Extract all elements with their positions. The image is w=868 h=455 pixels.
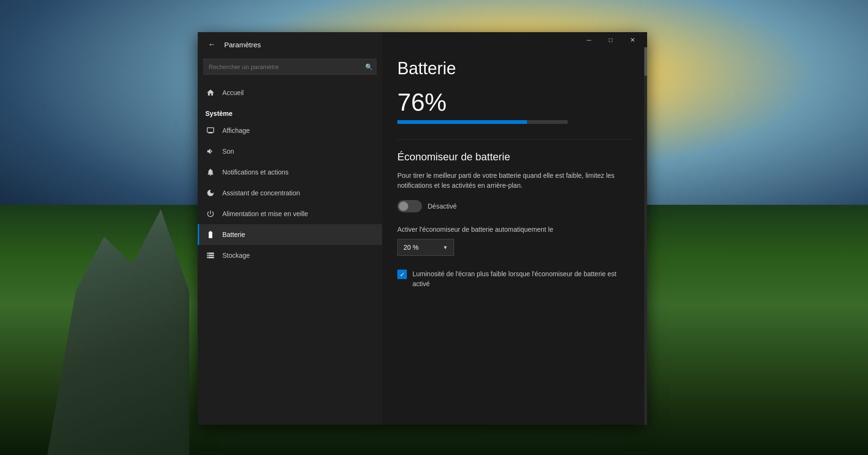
- chevron-down-icon: ▼: [443, 245, 448, 250]
- sidebar-label-affichage: Affichage: [222, 127, 250, 134]
- brightness-label: Luminosité de l'écran plus faible lorsqu…: [412, 269, 632, 289]
- content-pane: ─ □ ✕ Batterie 76% Économiseur de batter…: [382, 32, 647, 425]
- sidebar-label-stockage: Stockage: [222, 252, 250, 259]
- back-button[interactable]: ←: [205, 38, 219, 51]
- sidebar-label-notifications: Notifications et actions: [222, 168, 289, 176]
- check-icon: ✓: [400, 271, 405, 278]
- minimize-button[interactable]: ─: [578, 32, 600, 47]
- sidebar-item-assistant[interactable]: Assistant de concentration: [198, 183, 382, 203]
- battery-saver-toggle-row: Désactivé: [397, 200, 632, 212]
- storage-icon: [205, 250, 216, 261]
- system-section-header: Système: [198, 103, 382, 120]
- search-box: 🔍: [203, 59, 377, 75]
- sidebar-label-son: Son: [222, 148, 234, 155]
- section-description: Pour tirer le meilleur parti de votre ba…: [397, 171, 632, 191]
- auto-activate-label: Activer l'économiseur de batterie automa…: [397, 226, 632, 233]
- threshold-dropdown[interactable]: 20 % ▼: [397, 239, 454, 256]
- section-divider: [397, 139, 632, 140]
- battery-bar-fill: [397, 120, 527, 124]
- page-title: Batterie: [397, 59, 632, 79]
- sound-icon: [205, 146, 216, 157]
- sidebar: ← Paramètres 🔍 Accueil Système: [198, 32, 382, 425]
- monitor-icon: [205, 125, 216, 136]
- title-bar: ─ □ ✕: [382, 32, 647, 47]
- power-icon: [205, 209, 216, 219]
- toggle-label: Désactivé: [428, 202, 456, 210]
- sidebar-header: ← Paramètres: [198, 32, 382, 57]
- search-input[interactable]: [203, 59, 377, 75]
- battery-icon: [205, 229, 216, 240]
- sidebar-label-accueil: Accueil: [222, 89, 244, 96]
- sidebar-label-batterie: Batterie: [222, 231, 245, 238]
- scrollbar[interactable]: [644, 47, 647, 425]
- maximize-button[interactable]: □: [600, 32, 622, 47]
- battery-saver-toggle[interactable]: [397, 200, 422, 212]
- sidebar-item-stockage[interactable]: Stockage: [198, 245, 382, 266]
- brightness-checkbox[interactable]: ✓: [397, 270, 407, 279]
- bell-icon: [205, 167, 216, 177]
- battery-bar: [397, 120, 568, 124]
- scrollbar-thumb[interactable]: [644, 47, 647, 76]
- sidebar-item-alimentation[interactable]: Alimentation et mise en veille: [198, 203, 382, 224]
- settings-window: ← Paramètres 🔍 Accueil Système: [198, 32, 647, 425]
- section-title: Économiseur de batterie: [397, 151, 632, 163]
- search-icon: 🔍: [365, 63, 373, 70]
- sidebar-label-alimentation: Alimentation et mise en veille: [222, 210, 308, 218]
- sidebar-item-son[interactable]: Son: [198, 141, 382, 162]
- sidebar-label-assistant: Assistant de concentration: [222, 189, 300, 197]
- battery-percentage: 76%: [397, 88, 632, 116]
- toggle-knob: [399, 201, 408, 211]
- moon-icon: [205, 188, 216, 198]
- dropdown-value: 20 %: [403, 244, 439, 251]
- sidebar-item-affichage[interactable]: Affichage: [198, 120, 382, 141]
- brightness-checkbox-row: ✓ Luminosité de l'écran plus faible lors…: [397, 269, 632, 289]
- content-scroll: Batterie 76% Économiseur de batterie Pou…: [382, 47, 647, 425]
- sidebar-item-notifications[interactable]: Notifications et actions: [198, 162, 382, 183]
- sidebar-title: Paramètres: [224, 41, 261, 49]
- sidebar-nav: Accueil Système Affichage Son: [198, 79, 382, 425]
- sidebar-item-accueil[interactable]: Accueil: [198, 82, 382, 103]
- home-icon: [205, 88, 216, 98]
- close-button[interactable]: ✕: [622, 32, 643, 47]
- sidebar-item-batterie[interactable]: Batterie: [198, 224, 382, 245]
